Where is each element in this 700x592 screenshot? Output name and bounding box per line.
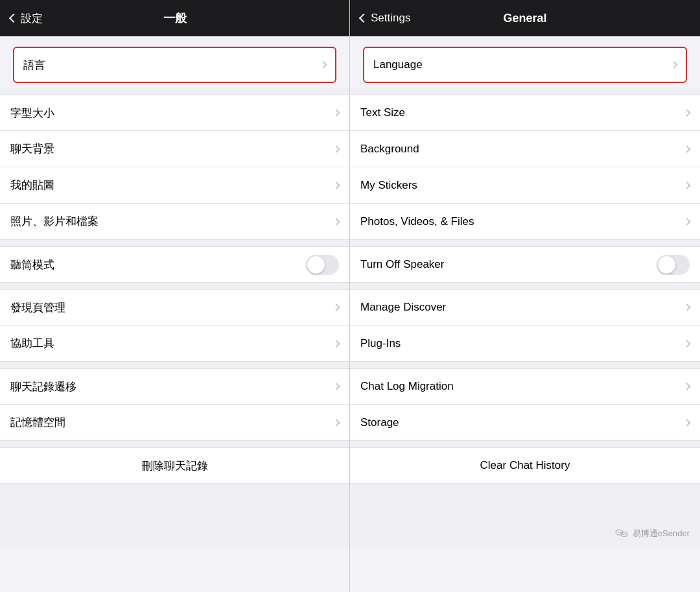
- right-plugins-chevron: [683, 340, 690, 347]
- left-row-photos[interactable]: 照片、影片和檔案: [0, 204, 349, 240]
- right-toggle-knob: [658, 256, 675, 274]
- left-back-label: 設定: [21, 11, 43, 26]
- left-toggle-knob: [307, 256, 325, 274]
- left-row-background[interactable]: 聊天背景: [0, 131, 349, 167]
- left-stickers-label: 我的貼圖: [10, 178, 334, 193]
- right-back-label: Settings: [371, 12, 410, 25]
- right-header: Settings General: [350, 0, 700, 36]
- right-language-label: Language: [373, 58, 671, 71]
- branding-text: 易博通eSender: [633, 528, 690, 539]
- left-row-storage[interactable]: 記憶體空間: [0, 405, 349, 441]
- right-clear-history-label: Clear Chat History: [480, 459, 570, 472]
- left-content: 語言 字型大小 聊天背景 我的貼圖 照片、影片和檔案: [0, 36, 349, 592]
- right-row-background[interactable]: Background: [350, 131, 700, 167]
- left-stickers-chevron: [332, 182, 340, 189]
- left-row-speaker: 聽筒模式: [0, 246, 349, 283]
- branding-area: 易博通eSender: [614, 527, 690, 541]
- left-accessibility-label: 協助工具: [10, 336, 334, 351]
- left-clear-history-button[interactable]: 刪除聊天記錄: [0, 447, 349, 484]
- left-row-discover[interactable]: 發現頁管理: [0, 289, 349, 326]
- left-panel: 設定 一般 語言 字型大小 聊天背景 我的貼圖: [0, 0, 350, 592]
- right-section-1: Text Size Background My Stickers Photos,…: [350, 95, 700, 240]
- left-section-4: 聊天記錄遷移 記憶體空間: [0, 368, 349, 441]
- right-storage-label: Storage: [360, 416, 684, 429]
- left-language-row[interactable]: 語言: [13, 47, 336, 83]
- right-background-label: Background: [360, 143, 684, 156]
- right-row-storage[interactable]: Storage: [350, 405, 700, 441]
- svg-point-4: [622, 534, 624, 535]
- right-speaker-label: Turn Off Speaker: [360, 258, 657, 271]
- right-photos-label: Photos, Videos, & Files: [360, 215, 684, 228]
- right-stickers-chevron: [683, 182, 690, 189]
- right-row-discover[interactable]: Manage Discover: [350, 289, 700, 326]
- esender-icon: [614, 527, 629, 541]
- right-plugins-label: Plug-Ins: [360, 337, 684, 350]
- right-photos-chevron: [683, 218, 690, 225]
- left-language-chevron-icon: [320, 61, 327, 68]
- right-row-stickers[interactable]: My Stickers: [350, 167, 700, 204]
- right-stickers-label: My Stickers: [360, 179, 684, 192]
- left-row-accessibility[interactable]: 協助工具: [0, 326, 349, 362]
- right-row-text-size[interactable]: Text Size: [350, 95, 700, 131]
- left-background-label: 聊天背景: [10, 141, 334, 156]
- left-font-size-chevron: [332, 109, 340, 116]
- right-section-3: Manage Discover Plug-Ins: [350, 289, 700, 362]
- right-storage-chevron: [683, 419, 690, 426]
- left-storage-chevron: [332, 419, 340, 426]
- left-section-1: 字型大小 聊天背景 我的貼圖 照片、影片和檔案: [0, 95, 349, 240]
- right-section-toggle: Turn Off Speaker: [350, 246, 700, 283]
- right-speaker-toggle[interactable]: [657, 255, 690, 275]
- left-speaker-toggle[interactable]: [306, 255, 339, 275]
- right-row-speaker: Turn Off Speaker: [350, 246, 700, 283]
- left-migration-chevron: [332, 383, 340, 390]
- right-migration-chevron: [683, 383, 690, 390]
- right-text-size-label: Text Size: [360, 106, 684, 119]
- left-photos-label: 照片、影片和檔案: [10, 214, 334, 229]
- right-migration-label: Chat Log Migration: [360, 380, 684, 393]
- right-discover-chevron: [683, 303, 690, 311]
- svg-point-1: [618, 532, 619, 533]
- right-row-photos[interactable]: Photos, Videos, & Files: [350, 204, 700, 240]
- left-clear-history-label: 刪除聊天記錄: [142, 458, 208, 473]
- right-language-row[interactable]: Language: [363, 47, 687, 83]
- left-row-migration[interactable]: 聊天記錄遷移: [0, 368, 349, 405]
- left-language-label: 語言: [23, 58, 321, 73]
- left-accessibility-chevron: [332, 340, 340, 347]
- right-title: General: [503, 12, 546, 25]
- left-title: 一般: [163, 10, 187, 26]
- left-background-chevron: [332, 145, 340, 152]
- right-row-plugins[interactable]: Plug-Ins: [350, 326, 700, 362]
- left-row-stickers[interactable]: 我的貼圖: [0, 167, 349, 204]
- right-clear-history-button[interactable]: Clear Chat History: [350, 447, 700, 484]
- left-discover-chevron: [332, 303, 340, 311]
- left-chevron-icon: [9, 14, 18, 23]
- right-text-size-chevron: [683, 109, 690, 116]
- left-section-toggle: 聽筒模式: [0, 246, 349, 283]
- left-font-size-label: 字型大小: [10, 106, 334, 121]
- left-back-button[interactable]: 設定: [10, 11, 43, 26]
- svg-point-5: [624, 534, 625, 535]
- left-storage-label: 記憶體空間: [10, 415, 334, 430]
- left-header: 設定 一般: [0, 0, 349, 36]
- left-section-3: 發現頁管理 協助工具: [0, 289, 349, 362]
- left-speaker-label: 聽筒模式: [10, 257, 306, 272]
- right-section-4: Chat Log Migration Storage: [350, 368, 700, 441]
- right-content: Language Text Size Background My Sticker…: [350, 36, 700, 592]
- right-background-chevron: [683, 145, 690, 152]
- right-panel: Settings General Language Text Size Back…: [350, 0, 700, 592]
- left-photos-chevron: [332, 218, 340, 225]
- right-language-chevron-icon: [670, 61, 677, 68]
- svg-point-2: [620, 532, 621, 533]
- left-row-font-size[interactable]: 字型大小: [0, 95, 349, 131]
- right-chevron-icon: [359, 14, 368, 23]
- right-back-button[interactable]: Settings: [360, 12, 410, 25]
- right-discover-label: Manage Discover: [360, 301, 684, 314]
- left-migration-label: 聊天記錄遷移: [10, 379, 334, 394]
- right-row-migration[interactable]: Chat Log Migration: [350, 368, 700, 405]
- left-discover-label: 發現頁管理: [10, 300, 334, 315]
